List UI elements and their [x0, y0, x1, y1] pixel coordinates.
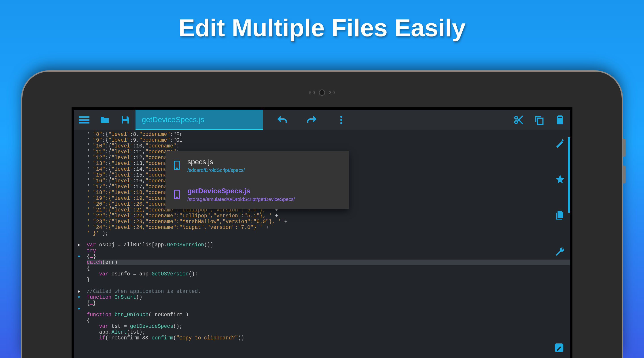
svg-point-5 [340, 122, 342, 124]
save-button[interactable] [115, 110, 136, 130]
clipboard-icon [554, 115, 565, 125]
active-tab-label: getDeviceSpecs.js [142, 115, 204, 124]
main-toolbar: getDeviceSpecs.js [74, 110, 570, 130]
save-icon [120, 115, 130, 125]
svg-point-13 [176, 197, 177, 198]
dropdown-file-path: /sdcard/DroidScript/specs/ [188, 167, 245, 173]
open-folder-button[interactable] [94, 110, 115, 130]
svg-rect-2 [79, 122, 90, 124]
undo-button[interactable] [272, 110, 292, 130]
copy-button[interactable] [529, 110, 550, 130]
editor-area: ' "8":{"level":8,"codename":"Fr' "9":{"l… [74, 130, 570, 358]
svg-rect-1 [79, 119, 90, 121]
overflow-button[interactable] [331, 110, 352, 130]
edit-button[interactable] [553, 342, 565, 353]
scissors-icon [514, 115, 524, 125]
svg-rect-0 [79, 116, 90, 118]
volume-down-button [622, 166, 626, 183]
dropdown-file-name: specs.js [188, 158, 245, 166]
copy-icon [534, 115, 545, 125]
dropdown-file-item[interactable]: specs.js /sdcard/DroidScript/specs/ [166, 151, 349, 180]
promo-headline: Edit Multiple Files Easily [0, 0, 644, 42]
camera-strip: 5.03.0 [309, 90, 335, 96]
redo-button[interactable] [302, 110, 322, 130]
star-icon [555, 174, 565, 184]
cut-button[interactable] [508, 110, 529, 130]
redo-icon [306, 115, 317, 125]
files-button[interactable] [554, 209, 566, 221]
volume-up-button [622, 139, 626, 157]
active-file-tab[interactable]: getDeviceSpecs.js [136, 110, 263, 130]
svg-point-3 [340, 116, 342, 118]
pencil-box-icon [554, 342, 564, 353]
dropdown-file-path: /storage/emulated/0/DroidScript/getDevic… [188, 196, 295, 202]
menu-button[interactable] [74, 110, 94, 130]
svg-point-11 [176, 168, 177, 169]
dropdown-file-name: getDeviceSpecs.js [188, 187, 295, 195]
svg-rect-8 [538, 118, 543, 124]
phone-icon [172, 189, 182, 200]
phone-icon [172, 160, 182, 171]
code-editor-app: getDeviceSpecs.js [72, 107, 572, 358]
hamburger-icon [79, 115, 90, 125]
open-files-dropdown: specs.js /sdcard/DroidScript/specs/ getD… [166, 151, 349, 209]
undo-icon [277, 115, 288, 125]
tablet-frame: 5.03.0 getDeviceSpecs.js [22, 72, 622, 358]
svg-point-4 [340, 119, 342, 121]
settings-button[interactable] [554, 246, 566, 257]
scrollbar-accent[interactable] [568, 137, 570, 213]
wrench-icon [555, 246, 565, 257]
wand-icon [555, 138, 565, 148]
right-tool-rail [550, 130, 570, 358]
folder-icon [99, 115, 110, 125]
more-vertical-icon [336, 115, 346, 125]
magic-wand-button[interactable] [554, 137, 566, 149]
files-icon [555, 210, 565, 220]
favorite-button[interactable] [554, 173, 566, 185]
fold-gutter[interactable] [74, 130, 84, 358]
paste-button[interactable] [550, 110, 570, 130]
dropdown-file-item[interactable]: getDeviceSpecs.js /storage/emulated/0/Dr… [166, 180, 349, 209]
